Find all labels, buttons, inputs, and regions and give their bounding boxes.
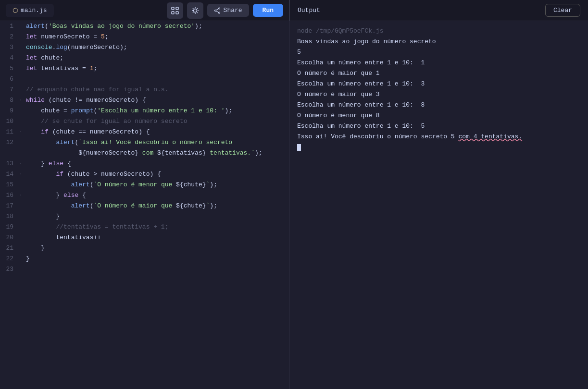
- line-dot: ·: [19, 169, 24, 180]
- line-number: 23: [0, 264, 19, 275]
- expand-button[interactable]: [167, 2, 183, 19]
- code-line-8: 8·while (chute != numeroSecreto) {: [0, 95, 289, 106]
- underlined-text: com 4 tentativas.: [458, 133, 522, 140]
- svg-rect-2: [172, 12, 174, 14]
- svg-line-17: [216, 11, 218, 12]
- line-content[interactable]: }: [24, 254, 289, 264]
- line-number: 8: [0, 95, 19, 106]
- line-number: 13: [0, 158, 19, 169]
- output-panel: node /tmp/GQmP5oeFCk.jsBoas vindas ao jo…: [289, 21, 588, 389]
- clear-button[interactable]: Clear: [545, 4, 580, 17]
- line-number: 15: [0, 180, 19, 190]
- line-content[interactable]: }: [24, 211, 289, 222]
- share-button[interactable]: Share: [207, 4, 249, 17]
- code-line-2: 2 let numeroSecreto = 5;: [0, 32, 289, 42]
- line-content[interactable]: tentativas++: [24, 232, 289, 243]
- code-line-18: 18 }: [0, 211, 289, 222]
- output-command: node /tmp/GQmP5oeFCk.js: [297, 26, 580, 36]
- share-label: Share: [224, 7, 242, 14]
- output-cursor: [297, 144, 301, 151]
- line-number: 12: [0, 137, 19, 148]
- svg-line-11: [193, 12, 193, 12]
- line-content[interactable]: while (chute != numeroSecreto) {: [24, 95, 289, 106]
- svg-point-4: [193, 9, 197, 12]
- line-number: 6: [0, 74, 19, 85]
- line-number: 22: [0, 254, 19, 264]
- code-line-15: 15 alert(`O número é menor que ${chute}`…: [0, 180, 289, 190]
- line-number: 10: [0, 116, 19, 127]
- file-tab-label: main.js: [21, 7, 47, 14]
- line-number: 5: [0, 63, 19, 74]
- svg-line-16: [216, 9, 218, 10]
- line-content[interactable]: }: [24, 243, 289, 254]
- code-line-11: 11· if (chute == numeroSecreto) {: [0, 127, 289, 137]
- output-line-6: O número é maior que 3: [297, 89, 580, 100]
- line-content[interactable]: alert(`Isso ai! Você descobriu o número …: [24, 137, 289, 158]
- code-line-14: 14· if (chute > numeroSecreto) {: [0, 169, 289, 180]
- code-editor[interactable]: 1 alert('Boas vindas ao jogo do número s…: [0, 21, 289, 275]
- svg-line-9: [193, 8, 193, 8]
- line-content[interactable]: // se chute for igual ao número secreto: [24, 116, 289, 127]
- line-number: 9: [0, 106, 19, 116]
- line-content[interactable]: // enquanto chute nao for igual a n.s.: [24, 85, 289, 95]
- output-line-3: Escolha um número entre 1 e 10: 1: [297, 58, 580, 68]
- line-dot: ·: [19, 190, 24, 201]
- code-line-12: 12 alert(`Isso ai! Você descobriu o núme…: [0, 137, 289, 158]
- line-content[interactable]: let numeroSecreto = 5;: [24, 32, 289, 42]
- svg-line-10: [197, 12, 197, 12]
- line-content[interactable]: } else {: [24, 190, 289, 201]
- file-tab[interactable]: ⬡ main.js: [6, 4, 54, 17]
- run-button[interactable]: Run: [253, 4, 283, 17]
- line-number: 21: [0, 243, 19, 254]
- line-content[interactable]: } else {: [24, 158, 289, 169]
- output-line-8: O número é menor que 8: [297, 110, 580, 121]
- code-line-22: 22 }: [0, 254, 289, 264]
- line-number: 16: [0, 190, 19, 201]
- line-dot: ·: [19, 127, 24, 137]
- line-content[interactable]: alert(`O número é maior que ${chute}`);: [24, 201, 289, 211]
- line-content[interactable]: let chute;: [24, 53, 289, 63]
- svg-point-15: [218, 12, 220, 13]
- output-line-1: Boas vindas ao jogo do número secreto: [297, 36, 580, 47]
- line-content[interactable]: alert(`O número é menor que ${chute}`);: [24, 180, 289, 190]
- line-dot: ·: [19, 158, 24, 169]
- code-line-3: 3 console.log(numeroSecreto);: [0, 42, 289, 53]
- theme-button[interactable]: [187, 2, 203, 19]
- line-content[interactable]: let tentativas = 1;: [24, 63, 289, 74]
- line-content[interactable]: console.log(numeroSecreto);: [24, 42, 289, 53]
- code-line-19: 19 //tentativas = tentativas + 1;: [0, 222, 289, 232]
- code-line-9: 9 chute = prompt('Escolha um número entr…: [0, 106, 289, 116]
- code-line-13: 13· } else {: [0, 158, 289, 169]
- line-number: 1: [0, 21, 19, 32]
- line-number: 19: [0, 222, 19, 232]
- output-line-10: Isso ai! Você descobriu o número secreto…: [297, 132, 580, 142]
- svg-rect-0: [172, 7, 174, 10]
- svg-point-14: [214, 10, 216, 11]
- line-number: 20: [0, 232, 19, 243]
- line-number: 3: [0, 42, 19, 53]
- code-line-7: 7 // enquanto chute nao for igual a n.s.: [0, 85, 289, 95]
- code-line-4: 4 let chute;: [0, 53, 289, 63]
- line-content[interactable]: //tentativas = tentativas + 1;: [24, 222, 289, 232]
- output-line-2: 5: [297, 47, 580, 58]
- line-dot: ·: [19, 95, 24, 106]
- code-line-20: 20 tentativas++: [0, 232, 289, 243]
- code-line-6: 6: [0, 74, 289, 85]
- svg-point-13: [218, 8, 220, 9]
- line-number: 7: [0, 85, 19, 95]
- svg-rect-1: [176, 7, 178, 10]
- line-content[interactable]: if (chute == numeroSecreto) {: [24, 127, 289, 137]
- file-icon: ⬡: [13, 7, 18, 14]
- output-line-7: Escolha um número entre 1 e 10: 8: [297, 100, 580, 110]
- output-line-4: O número é maior que 1: [297, 68, 580, 79]
- line-number: 14: [0, 169, 19, 180]
- output-line-5: Escolha um número entre 1 e 10: 3: [297, 79, 580, 89]
- code-line-23: 23: [0, 264, 289, 275]
- output-content: node /tmp/GQmP5oeFCk.jsBoas vindas ao jo…: [289, 21, 588, 158]
- svg-rect-3: [176, 12, 178, 14]
- line-content[interactable]: alert('Boas vindas ao jogo do número sec…: [24, 21, 289, 32]
- code-line-1: 1 alert('Boas vindas ao jogo do número s…: [0, 21, 289, 32]
- line-content[interactable]: if (chute > numeroSecreto) {: [24, 169, 289, 180]
- output-title: Output: [298, 7, 320, 14]
- line-content[interactable]: chute = prompt('Escolha um número entre …: [24, 106, 289, 116]
